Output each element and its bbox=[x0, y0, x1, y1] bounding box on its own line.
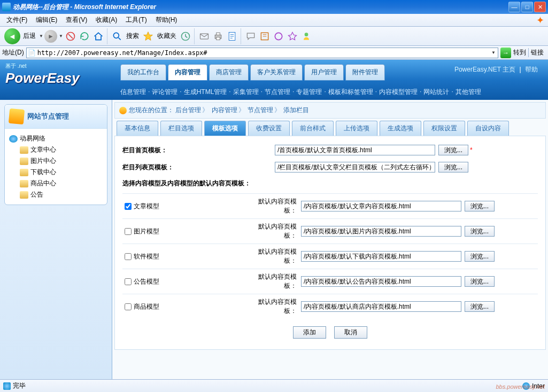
ctab-upload[interactable]: 上传选项 bbox=[336, 121, 377, 136]
ctab-basic[interactable]: 基本信息 bbox=[117, 121, 158, 136]
browse-article-button[interactable]: 浏览... bbox=[465, 201, 495, 211]
submit-button[interactable]: 添加 bbox=[293, 326, 326, 339]
maximize-button[interactable]: □ bbox=[521, 2, 533, 12]
tab-shop-mgmt[interactable]: 商店管理 bbox=[209, 64, 249, 81]
subnav-model[interactable]: 内容模型管理 bbox=[379, 88, 418, 97]
browse-product-button[interactable]: 浏览... bbox=[465, 301, 495, 312]
browse-index-button[interactable]: 浏览... bbox=[438, 145, 468, 155]
ctab-column[interactable]: 栏目选项 bbox=[160, 121, 202, 136]
tab-user-mgmt[interactable]: 用户管理 bbox=[304, 64, 344, 81]
browse-image-button[interactable]: 浏览... bbox=[465, 226, 495, 237]
folder-icon bbox=[20, 191, 28, 199]
input-product-template[interactable] bbox=[301, 301, 461, 312]
menu-view[interactable]: 查看(V) bbox=[61, 14, 91, 26]
cancel-button[interactable]: 取消 bbox=[334, 326, 367, 339]
tree-item-article[interactable]: 文章中心 bbox=[9, 144, 103, 155]
subnav-topic[interactable]: 专题管理 bbox=[296, 88, 322, 97]
ctab-permission[interactable]: 权限设置 bbox=[423, 121, 465, 136]
browser-toolbar: ◄ 后退 ▼ ► ▼ 搜索 收藏夹 bbox=[0, 27, 548, 46]
search-icon[interactable] bbox=[111, 30, 124, 43]
input-software-template[interactable] bbox=[301, 251, 461, 262]
go-button[interactable]: → bbox=[500, 48, 511, 58]
tab-attach-mgmt[interactable]: 附件管理 bbox=[345, 64, 385, 81]
discuss-button[interactable] bbox=[244, 30, 257, 43]
tree-item-product[interactable]: 商品中心 bbox=[9, 178, 103, 189]
research-button[interactable] bbox=[258, 30, 271, 43]
input-image-template[interactable] bbox=[301, 226, 461, 237]
svg-point-9 bbox=[275, 33, 282, 40]
close-button[interactable]: ✕ bbox=[534, 2, 546, 12]
menu-help[interactable]: 帮助(H) bbox=[151, 14, 182, 26]
refresh-button[interactable] bbox=[78, 30, 91, 43]
link-homepage[interactable]: PowerEasy.NET 主页 bbox=[454, 66, 515, 73]
ctab-template[interactable]: 模板选项 bbox=[204, 121, 246, 136]
label-list-template: 栏目列表页模板： bbox=[122, 163, 275, 172]
input-index-template[interactable] bbox=[275, 145, 435, 155]
subnav-collect[interactable]: 采集管理 bbox=[233, 88, 259, 97]
history-button[interactable] bbox=[179, 30, 192, 43]
check-image[interactable] bbox=[125, 228, 132, 235]
back-button[interactable]: ◄ bbox=[4, 28, 20, 44]
address-label: 地址(D) bbox=[2, 48, 24, 57]
subnav-comment[interactable]: 评论管理 bbox=[152, 88, 177, 97]
tab-crm[interactable]: 客户关系管理 bbox=[250, 64, 303, 81]
check-notice[interactable] bbox=[125, 278, 132, 285]
ctab-front[interactable]: 前台样式 bbox=[292, 121, 334, 136]
svg-rect-6 bbox=[217, 37, 220, 40]
home-button[interactable] bbox=[92, 30, 105, 43]
crumb-1[interactable]: 内容管理 bbox=[212, 106, 237, 114]
link-help[interactable]: 帮助 bbox=[525, 66, 538, 73]
crumb-2[interactable]: 节点管理 bbox=[248, 106, 273, 114]
messenger-button[interactable] bbox=[300, 30, 313, 43]
mail-button[interactable] bbox=[198, 30, 211, 43]
menu-favorites[interactable]: 收藏(A) bbox=[91, 14, 121, 26]
forward-button[interactable]: ► bbox=[44, 30, 57, 43]
ctab-charge[interactable]: 收费设置 bbox=[248, 121, 290, 136]
favorites-icon[interactable] bbox=[142, 30, 155, 43]
address-dropdown[interactable]: ▼ bbox=[489, 50, 498, 55]
subnav-stats[interactable]: 网站统计 bbox=[423, 88, 449, 97]
input-article-template[interactable] bbox=[301, 201, 461, 211]
forward-dropdown[interactable]: ▼ bbox=[59, 34, 63, 38]
tool-button-2[interactable] bbox=[286, 30, 299, 43]
back-dropdown[interactable]: ▼ bbox=[39, 34, 43, 38]
favorites-label[interactable]: 收藏夹 bbox=[157, 32, 176, 41]
print-button[interactable] bbox=[212, 30, 225, 43]
menu-tools[interactable]: 工具(T) bbox=[121, 14, 151, 26]
menu-file[interactable]: 文件(F) bbox=[2, 14, 32, 26]
browse-list-button[interactable]: 浏览... bbox=[438, 162, 468, 173]
browse-notice-button[interactable]: 浏览... bbox=[465, 276, 495, 287]
ctab-generate[interactable]: 生成选项 bbox=[380, 121, 421, 136]
tree-item-image[interactable]: 图片中心 bbox=[9, 155, 103, 167]
check-software[interactable] bbox=[125, 253, 132, 260]
tool-button-1[interactable] bbox=[272, 30, 285, 43]
edit-button[interactable] bbox=[226, 30, 238, 43]
subnav-other[interactable]: 其他管理 bbox=[456, 88, 481, 97]
address-input[interactable] bbox=[37, 49, 489, 57]
subnav-node[interactable]: 节点管理 bbox=[265, 88, 290, 97]
stop-button[interactable] bbox=[64, 30, 77, 43]
app-icon bbox=[2, 3, 11, 11]
input-list-template[interactable] bbox=[275, 162, 435, 173]
tab-workspace[interactable]: 我的工作台 bbox=[120, 64, 166, 81]
side-title: 网站节点管理 bbox=[27, 112, 69, 121]
subnav-template[interactable]: 模板和标签管理 bbox=[328, 88, 373, 97]
tab-content-mgmt[interactable]: 内容管理 bbox=[168, 64, 207, 81]
tree-root[interactable]: 动易网络 bbox=[9, 133, 103, 144]
crumb-0[interactable]: 后台管理 bbox=[175, 106, 201, 114]
menu-edit[interactable]: 编辑(E) bbox=[32, 14, 61, 26]
ctab-custom[interactable]: 自设内容 bbox=[467, 121, 509, 136]
browse-software-button[interactable]: 浏览... bbox=[465, 251, 495, 262]
internet-zone: Inter bbox=[522, 382, 545, 390]
links-label[interactable]: 链接 bbox=[528, 48, 546, 57]
check-product[interactable] bbox=[125, 303, 132, 310]
input-notice-template[interactable] bbox=[301, 276, 461, 287]
tree-item-download[interactable]: 下载中心 bbox=[9, 167, 103, 178]
minimize-button[interactable]: — bbox=[508, 2, 520, 12]
subnav-html[interactable]: 生成HTML管理 bbox=[184, 88, 227, 97]
tree-item-notice[interactable]: 公告 bbox=[9, 189, 103, 200]
check-article[interactable] bbox=[125, 203, 132, 210]
subnav-info[interactable]: 信息管理 bbox=[120, 88, 146, 97]
search-label[interactable]: 搜索 bbox=[126, 32, 139, 41]
address-input-wrap[interactable]: 📄 ▼ bbox=[26, 48, 498, 58]
